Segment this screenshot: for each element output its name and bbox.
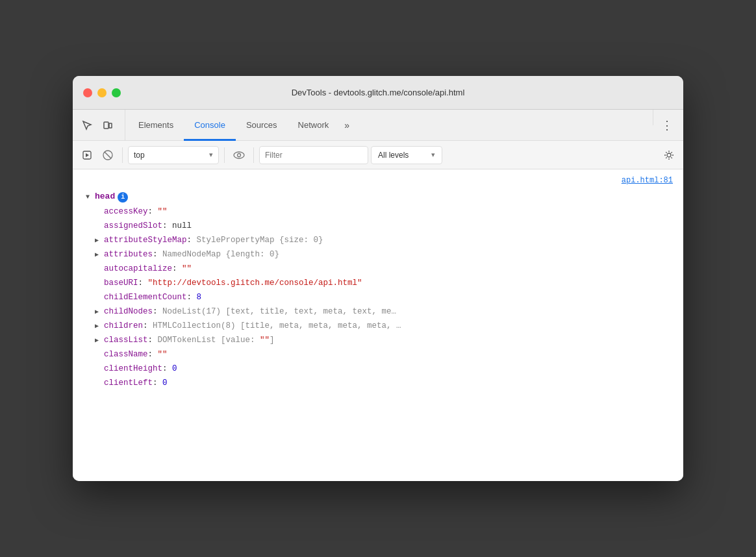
svg-marker-3 — [86, 153, 89, 157]
svg-point-6 — [234, 152, 244, 158]
head-row[interactable]: ▼ head i — [86, 190, 673, 204]
list-item: className : "" — [86, 347, 673, 362]
more-tabs-button[interactable]: » — [339, 110, 355, 140]
expand-icon: ▶ — [95, 250, 104, 260]
console-settings-button[interactable] — [660, 146, 678, 164]
minimize-button[interactable] — [97, 88, 107, 97]
expand-icon: ▶ — [95, 321, 104, 332]
expand-triangle-head: ▼ — [86, 192, 95, 203]
list-item: autocapitalize : "" — [86, 262, 673, 276]
svg-line-5 — [105, 152, 111, 158]
list-item: childElementCount : 8 — [86, 290, 673, 304]
devtools-menu-button[interactable]: ⋮ — [656, 110, 678, 140]
object-tree: ▼ head i accessKey : "" assignedSlot : n… — [83, 190, 673, 390]
devtools-window: DevTools - devtools.glitch.me/console/ap… — [73, 76, 683, 481]
toolbar-divider-3 — [253, 147, 254, 163]
list-item[interactable]: ▶ childNodes : NodeList(17) [text, title… — [86, 304, 673, 319]
list-item: clientLeft : 0 — [86, 376, 673, 390]
live-expressions-button[interactable] — [230, 146, 248, 164]
devtools-tabs-bar: Elements Console Sources Network » ⋮ — [73, 110, 683, 141]
info-icon[interactable]: i — [118, 192, 128, 203]
close-button[interactable] — [83, 88, 92, 97]
svg-rect-0 — [104, 122, 108, 129]
source-link[interactable]: api.html:81 — [83, 175, 673, 190]
list-item[interactable]: ▶ children : HTMLCollection(8) [title, m… — [86, 319, 673, 333]
tab-network[interactable]: Network — [288, 110, 340, 141]
list-item: clientHeight : 0 — [86, 362, 673, 376]
list-item[interactable]: ▶ attributeStyleMap : StylePropertyMap {… — [86, 233, 673, 247]
level-arrow-icon: ▾ — [431, 151, 435, 159]
toolbar-divider-1 — [122, 147, 123, 163]
expand-icon: ▶ — [95, 307, 104, 317]
list-item: assignedSlot : null — [86, 219, 673, 233]
tab-console[interactable]: Console — [184, 110, 236, 141]
console-content: api.html:81 ▼ head i accessKey : "" assi — [73, 169, 683, 481]
tab-elements[interactable]: Elements — [128, 110, 184, 141]
execute-context-button[interactable] — [78, 146, 96, 164]
inspect-element-button[interactable] — [78, 116, 96, 134]
tabs-divider — [653, 110, 653, 125]
expand-icon: ▶ — [95, 236, 104, 246]
window-title: DevTools - devtools.glitch.me/console/ap… — [292, 88, 465, 97]
tab-sources[interactable]: Sources — [236, 110, 288, 141]
console-toolbar: top ▾ All levels ▾ — [73, 141, 683, 169]
context-selector[interactable]: top ▾ — [128, 146, 219, 164]
toolbar-divider-2 — [224, 147, 225, 163]
tabs-list: Elements Console Sources Network » — [128, 110, 650, 140]
list-item: baseURI : "http://devtools.glitch.me/con… — [86, 276, 673, 290]
maximize-button[interactable] — [112, 88, 121, 97]
svg-point-7 — [238, 153, 241, 156]
context-arrow-icon: ▾ — [209, 151, 213, 159]
expand-icon: ▶ — [95, 336, 104, 346]
clear-console-button[interactable] — [99, 146, 117, 164]
head-label: head — [95, 190, 115, 204]
device-toolbar-button[interactable] — [99, 116, 117, 134]
list-item[interactable]: ▶ attributes : NamedNodeMap {length: 0} — [86, 247, 673, 262]
tab-icon-group — [78, 110, 125, 140]
titlebar: DevTools - devtools.glitch.me/console/ap… — [73, 76, 683, 110]
list-item: accessKey : "" — [86, 204, 673, 219]
list-item[interactable]: ▶ classList : DOMTokenList [value: ""] — [86, 333, 673, 347]
traffic-lights — [83, 88, 121, 97]
svg-point-8 — [667, 153, 671, 157]
log-level-selector[interactable]: All levels ▾ — [371, 146, 442, 164]
filter-input[interactable] — [259, 146, 368, 164]
svg-rect-1 — [109, 123, 112, 128]
